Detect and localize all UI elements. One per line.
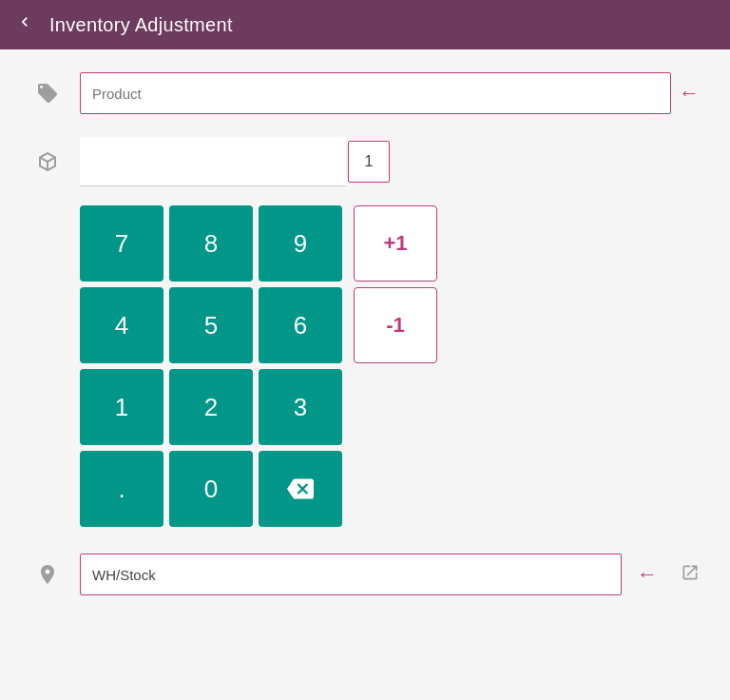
numpad-backspace[interactable] xyxy=(259,451,342,527)
product-input-wrap: ← xyxy=(80,72,700,114)
numpad-area: 7 8 9 4 5 6 1 2 3 . 0 +1 -1 xyxy=(80,205,700,527)
location-icon xyxy=(30,563,65,586)
header: Inventory Adjustment xyxy=(0,0,730,49)
external-link-icon[interactable] xyxy=(681,563,700,587)
location-input-group: ← xyxy=(80,554,658,595)
cube-icon xyxy=(30,150,65,173)
location-row: ← xyxy=(30,554,700,595)
product-row: ← xyxy=(30,72,700,114)
numpad-1[interactable]: 1 xyxy=(80,369,163,445)
numpad-grid: 7 8 9 4 5 6 1 2 3 . 0 xyxy=(80,205,342,527)
numpad-7[interactable]: 7 xyxy=(80,205,163,282)
numpad-4[interactable]: 4 xyxy=(80,287,163,363)
numpad-0[interactable]: 0 xyxy=(169,451,253,527)
product-arrow-annotation: ← xyxy=(679,81,700,106)
tag-icon xyxy=(30,82,65,105)
page-title: Inventory Adjustment xyxy=(49,14,233,36)
numpad-5[interactable]: 5 xyxy=(169,287,253,363)
minus-one-button[interactable]: -1 xyxy=(354,287,437,363)
numpad-2[interactable]: 2 xyxy=(169,369,253,445)
plusminus-column: +1 -1 xyxy=(354,205,437,527)
back-button[interactable] xyxy=(15,12,34,37)
main-content: ← 1 7 8 9 4 5 6 1 2 3 . xyxy=(0,49,730,618)
plus-one-button[interactable]: +1 xyxy=(354,205,437,282)
quantity-field-wrap: 1 xyxy=(80,137,390,186)
numpad-6[interactable]: 6 xyxy=(259,287,342,363)
numpad-9[interactable]: 9 xyxy=(259,205,342,282)
numpad-dot[interactable]: . xyxy=(80,451,163,527)
quantity-badge: 1 xyxy=(348,141,390,183)
location-input[interactable] xyxy=(80,554,622,595)
numpad-3[interactable]: 3 xyxy=(259,369,342,445)
quantity-input[interactable] xyxy=(80,137,346,186)
location-arrow-annotation: ← xyxy=(637,562,658,587)
product-input[interactable] xyxy=(80,72,671,114)
quantity-row: 1 xyxy=(30,137,700,186)
numpad-8[interactable]: 8 xyxy=(169,205,253,282)
